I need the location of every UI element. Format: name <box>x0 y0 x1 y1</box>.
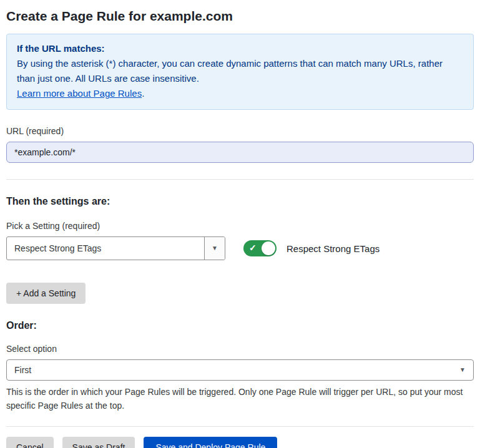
order-select[interactable]: First ▼ <box>6 359 474 381</box>
link-suffix: . <box>142 88 144 99</box>
info-box-body: By using the asterisk (*) character, you… <box>17 56 463 86</box>
section-divider <box>6 179 474 180</box>
info-box-link-line: Learn more about Page Rules. <box>17 86 463 101</box>
etags-toggle[interactable]: ✓ <box>243 240 277 256</box>
save-draft-button[interactable]: Save as Draft <box>62 437 135 448</box>
footer-actions: Cancel Save as Draft Save and Deploy Pag… <box>6 427 474 448</box>
setting-select-value: Respect Strong ETags <box>7 237 204 260</box>
page-title: Create a Page Rule for example.com <box>6 9 474 24</box>
order-help-text: This is the order in which your Page Rul… <box>6 386 474 412</box>
add-setting-wrap: + Add a Setting <box>6 283 474 304</box>
chevron-down-icon: ▼ <box>212 245 218 251</box>
info-box-heading: If the URL matches: <box>17 41 463 56</box>
order-section: Order: Select option First ▼ This is the… <box>6 320 474 412</box>
save-deploy-button[interactable]: Save and Deploy Page Rule <box>144 437 277 448</box>
setting-select[interactable]: Respect Strong ETags ▼ <box>6 236 225 260</box>
setting-row: Respect Strong ETags ▼ ✓ Respect Strong … <box>6 236 474 260</box>
url-field-label: URL (required) <box>6 126 474 136</box>
url-input[interactable] <box>6 142 474 163</box>
url-matches-info-box: If the URL matches: By using the asteris… <box>6 34 474 110</box>
pick-setting-label: Pick a Setting (required) <box>6 221 474 231</box>
learn-more-link[interactable]: Learn more about Page Rules <box>17 88 142 99</box>
toggle-knob <box>262 241 275 255</box>
check-icon: ✓ <box>249 243 257 252</box>
chevron-down-icon: ▼ <box>459 367 466 373</box>
settings-section: Then the settings are: Pick a Setting (r… <box>6 196 474 304</box>
order-section-heading: Order: <box>6 320 474 331</box>
order-select-value: First <box>14 365 31 375</box>
settings-section-heading: Then the settings are: <box>6 196 474 207</box>
setting-select-arrow[interactable]: ▼ <box>204 237 225 260</box>
add-setting-button[interactable]: + Add a Setting <box>6 283 86 304</box>
order-select-label: Select option <box>6 344 474 354</box>
cancel-button[interactable]: Cancel <box>6 437 54 448</box>
etags-toggle-label: Respect Strong ETags <box>287 243 380 254</box>
etags-toggle-group: ✓ Respect Strong ETags <box>243 240 380 256</box>
